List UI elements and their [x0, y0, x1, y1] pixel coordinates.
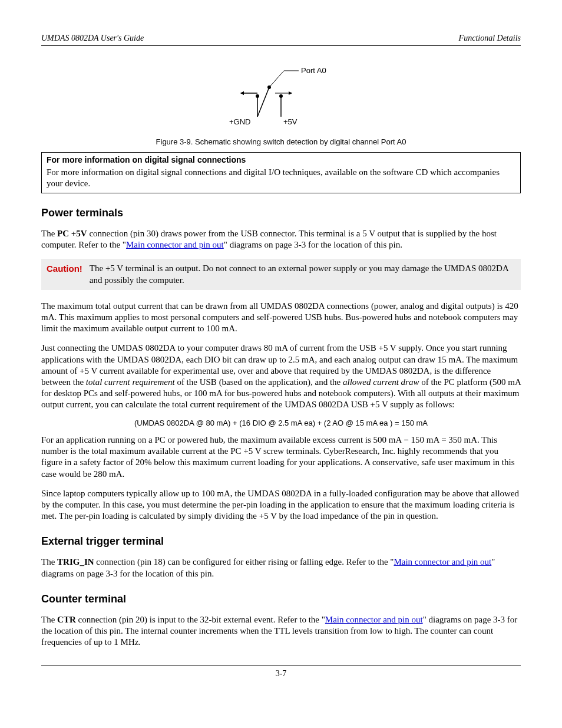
text: connection (pin 18) can be configured fo… — [94, 557, 394, 566]
schematic-figure: Port A0 +GND +5V — [41, 64, 521, 131]
svg-point-6 — [267, 85, 271, 89]
link-main-connector-1[interactable]: Main connector and pin out — [126, 240, 224, 249]
caution-text: The +5 V terminal is an output. Do not c… — [90, 263, 515, 285]
header-right: Functional Details — [459, 33, 521, 44]
power-p5: Since laptop computers typically allow u… — [41, 488, 521, 522]
page-header: UMDAS 0802DA User's Guide Functional Det… — [41, 33, 521, 46]
info-box-body: For more information on digital signal c… — [47, 167, 515, 189]
current-formula: (UMDAS 0802DA @ 80 mA) + (16 DIO @ 2.5 m… — [41, 419, 521, 429]
svg-line-0 — [269, 71, 284, 87]
text-bold: CTR — [57, 615, 76, 624]
page-footer: 3-7 — [41, 666, 521, 679]
page-number: 3-7 — [276, 669, 287, 678]
power-p4: For an application running on a PC or po… — [41, 434, 521, 480]
text-italic: allowed current draw — [343, 377, 419, 387]
header-left: UMDAS 0802DA User's Guide — [41, 33, 144, 44]
trigger-p1: The TRIG_IN connection (pin 18) can be c… — [41, 556, 521, 579]
power-p1: The PC +5V connection (pin 30) draws pow… — [41, 228, 521, 251]
text: " diagrams on page 3-3 for the location … — [224, 240, 402, 249]
caution-box: Caution! The +5 V terminal is an output.… — [41, 259, 521, 289]
text-italic: total current requirement — [86, 377, 175, 387]
heading-counter-terminal: Counter terminal — [41, 592, 521, 606]
power-p2: The maximum total output current that ca… — [41, 301, 521, 335]
heading-external-trigger: External trigger terminal — [41, 535, 521, 548]
schematic-gnd-label: +GND — [229, 117, 250, 126]
link-main-connector-2[interactable]: Main connector and pin out — [394, 557, 491, 566]
power-p3: Just connecting the UMDAS 0802DA to your… — [41, 342, 521, 410]
text-bold: TRIG_IN — [57, 557, 94, 566]
text: of the USB (based on the application), a… — [175, 377, 343, 387]
text: The — [41, 229, 57, 238]
figure-caption: Figure 3-9. Schematic showing switch det… — [41, 137, 521, 147]
schematic-port-label: Port A0 — [301, 66, 326, 75]
text: The — [41, 615, 57, 624]
text: connection (pin 20) is input to the 32-b… — [76, 615, 325, 624]
schematic-5v-label: +5V — [283, 117, 297, 126]
link-main-connector-3[interactable]: Main connector and pin out — [325, 615, 423, 624]
info-box-title: For more information on digital signal c… — [47, 155, 515, 166]
counter-p1: The CTR connection (pin 20) is input to … — [41, 614, 521, 648]
caution-label: Caution! — [47, 263, 82, 274]
heading-power-terminals: Power terminals — [41, 206, 521, 220]
info-box: For more information on digital signal c… — [41, 152, 521, 193]
svg-line-5 — [257, 87, 269, 117]
text-bold: PC +5V — [57, 229, 87, 238]
text: The — [41, 557, 57, 566]
